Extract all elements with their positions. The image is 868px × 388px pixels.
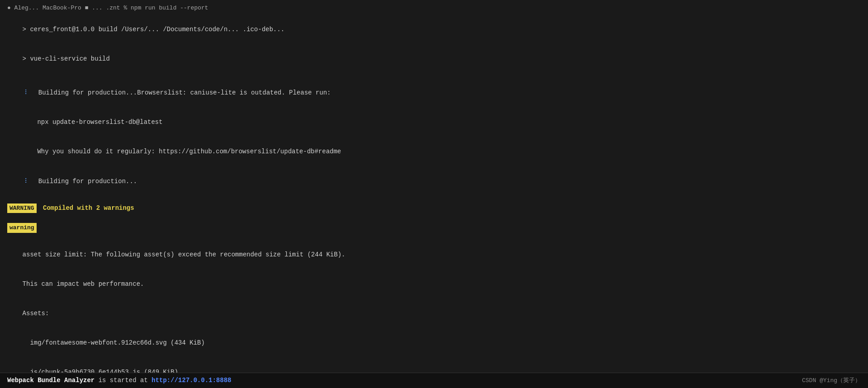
footer-left: Webpack Bundle Analyzer is started at ht…	[7, 376, 231, 385]
asset-line3: Assets:	[7, 299, 861, 328]
footer-right: CSDN @Ying（英子）	[802, 376, 861, 385]
line-build2: npx update-browserslist-db@latest	[7, 108, 861, 137]
title-bar: ● Aleg... MacBook-Pro ■ ... .znt % npm r…	[7, 4, 861, 13]
line-build1: ⠸ Building for production...Browserslist…	[7, 79, 861, 108]
line-cmd1: > ceres_front@1.0.0 build /Users/... /Do…	[7, 15, 861, 45]
warning-badge-1: warning	[7, 223, 37, 233]
analyzer-url[interactable]: http://127.0.0.1:8888	[151, 377, 231, 384]
line-build3: Why you should do it regularly: https://…	[7, 137, 861, 167]
webpack-analyzer-label: Webpack Bundle Analyzer	[7, 377, 94, 384]
footer-pre-text: is started at	[94, 377, 151, 384]
title-text: ● Aleg... MacBook-Pro ■ ... .znt % npm r…	[7, 4, 208, 13]
line-build4: ⠸ Building for production...	[7, 167, 861, 196]
asset-item1: img/fontawesome-webfont.912ec66d.svg (43…	[7, 328, 861, 358]
compiled-warning-line: WARNING Compiled with 2 warnings	[7, 203, 861, 213]
compiled-text: Compiled with 2 warnings	[39, 204, 134, 212]
footer: Webpack Bundle Analyzer is started at ht…	[0, 373, 868, 388]
warning-badge-main: WARNING	[7, 203, 37, 213]
line-cmd2: > vue-cli-service build	[7, 45, 861, 74]
warning-badge-line1: warning	[7, 223, 861, 233]
asset-line2: This can impact web performance.	[7, 270, 861, 299]
terminal: ● Aleg... MacBook-Pro ■ ... .znt % npm r…	[0, 0, 868, 388]
asset-line1: asset size limit: The following asset(s)…	[7, 240, 861, 270]
